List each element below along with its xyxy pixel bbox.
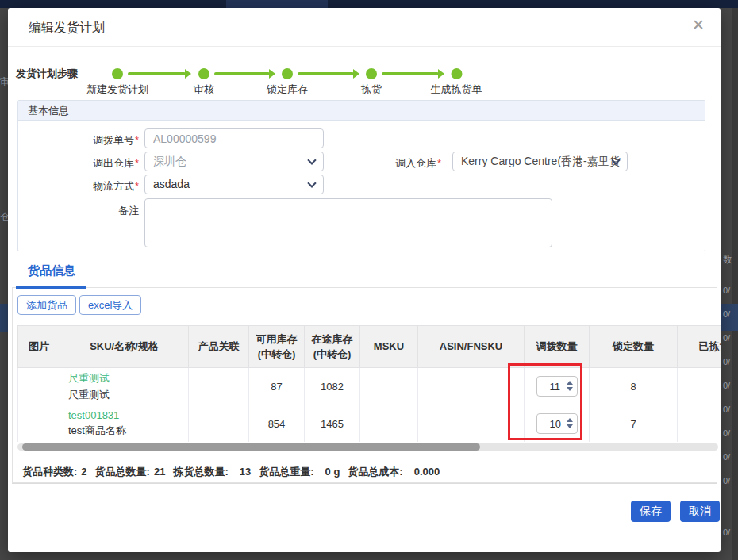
locked-qty-cell: 7 (590, 405, 678, 443)
background-top-navbar (0, 0, 738, 8)
background-cell-fragment: 0/ (723, 476, 730, 485)
col-in-transit-stock: 在途库存(中转仓) (305, 326, 360, 368)
to-warehouse-label: 调入仓库* (322, 156, 441, 171)
step-generate-picklist: 生成拣货单 (431, 68, 482, 97)
footer-divider (12, 483, 717, 484)
from-warehouse-label: 调出仓库* (12, 156, 139, 171)
summary-label: 货品种类数: (22, 466, 77, 478)
background-cell-fragment: 0/ (723, 309, 730, 319)
transfer-no-label: 调拨单号* (12, 133, 139, 148)
step-pick: 拣货 (361, 68, 382, 97)
background-cell-fragment: 0/ (723, 286, 730, 295)
summary-value: 0.000 (414, 466, 440, 478)
remark-field[interactable] (144, 198, 552, 247)
picked-qty-cell (678, 405, 721, 443)
tab-goods-info[interactable]: 货品信息 (28, 263, 75, 278)
picked-qty-cell (678, 368, 721, 405)
image-cell (18, 405, 60, 443)
step-name: 生成拣货单 (431, 82, 482, 97)
transfer-no-field[interactable] (144, 128, 324, 148)
basic-info-title: 基本信息 (18, 101, 705, 121)
background-cell-fragment: 0/ (723, 405, 730, 414)
product-link-cell (189, 405, 249, 443)
step-name: 拣货 (361, 82, 382, 97)
goods-table-wrapper: 图片 SKU/名称/规格 产品关联 可用库存(中转仓) 在途库存(中转仓) MS… (17, 325, 721, 442)
summary-value: 13 (240, 466, 251, 478)
background-cell-fragment: 0/ (723, 381, 730, 390)
col-msku: MSKU (360, 326, 418, 368)
msku-cell (360, 405, 418, 443)
col-picked-qty: 已拣货数量 (678, 326, 721, 368)
to-warehouse-select[interactable]: Kerry Cargo Centre(香港-嘉里货 (452, 152, 628, 171)
background-cell-fragment: 0/ (723, 428, 730, 438)
product-name: test商品名称 (68, 424, 126, 436)
summary-value: 0 g (325, 466, 340, 478)
col-available-stock: 可用库存(中转仓) (249, 326, 305, 368)
excel-import-button[interactable]: excel导入 (79, 295, 141, 315)
product-link-cell (189, 368, 249, 405)
remark-label: 备注 (12, 204, 139, 218)
step-arrow-icon (214, 72, 270, 75)
step-dot-icon (198, 68, 209, 79)
summary-value: 2 (81, 466, 86, 478)
sku-cell: 尺重测试 尺重测试 (60, 368, 189, 405)
required-mark: * (135, 180, 139, 192)
add-goods-button[interactable]: 添加货品 (17, 295, 76, 315)
horizontal-scrollbar[interactable] (17, 443, 718, 451)
background-right-edge: 数 0/ 0/ 0/ 0/ 0/ 0/ 0/ 0/ 0/ 0/ (721, 8, 738, 560)
col-transfer-qty: 调拨数量 (525, 326, 590, 368)
background-cell-fragment: 0/ (723, 357, 730, 366)
step-audit: 审核 (194, 68, 214, 97)
sku-cell: test001831 test商品名称 (60, 405, 189, 443)
summary-label: 货品总数量: (95, 466, 150, 478)
summary-label: 货品总重量: (259, 466, 313, 478)
goods-summary: 货品种类数:2货品总数量:21拣货总数量:13货品总重量:0 g货品总成本:0.… (22, 465, 448, 479)
dialog-title: 编辑发货计划 (29, 20, 105, 36)
col-sku: SKU/名称/规格 (60, 326, 189, 368)
step-dot-icon (282, 68, 293, 79)
background-text-fragment: 审核 (0, 75, 8, 89)
product-name: 尺重测试 (68, 389, 110, 401)
col-product-link: 产品关联 (189, 326, 249, 368)
step-dot-icon (112, 68, 123, 79)
table-row: 尺重测试 尺重测试 87 1082 (18, 368, 721, 405)
from-warehouse-value: 深圳仓 (153, 155, 186, 167)
edit-shipping-plan-dialog: 编辑发货计划 ✕ 发货计划步骤 新建发货计划 审核 锁定库存 拣货 生成拣货单 (8, 8, 721, 552)
logistics-select[interactable]: asdada (144, 175, 324, 194)
from-warehouse-select[interactable]: 深圳仓 (144, 152, 324, 171)
tab-active-underline (16, 286, 86, 289)
logistics-value: asdada (153, 178, 190, 190)
logistics-label: 物流方式* (12, 179, 139, 194)
available-cell: 854 (249, 405, 305, 443)
screen: 审核 仓库 数 0/ 0/ 0/ 0/ 0/ 0/ 0/ 0/ 0/ 0/ 编辑… (0, 0, 738, 560)
scrollbar-thumb[interactable] (22, 443, 480, 451)
step-dot-icon (366, 68, 377, 79)
background-cell-fragment: 0/ (723, 527, 730, 537)
save-button[interactable]: 保存 (631, 501, 671, 522)
close-icon[interactable]: ✕ (692, 17, 705, 33)
table-row: test001831 test商品名称 854 1465 (18, 405, 721, 443)
sku-link[interactable]: test001831 (68, 409, 188, 421)
summary-value: 21 (154, 466, 165, 478)
in-transit-cell: 1082 (305, 368, 360, 405)
highlight-red-box (508, 363, 582, 440)
header-divider (8, 46, 721, 47)
step-name: 锁定库存 (267, 82, 308, 97)
stepper-label: 发货计划步骤 (16, 67, 78, 81)
available-cell: 87 (249, 368, 305, 405)
locked-qty-cell: 8 (590, 368, 678, 405)
step-arrow-icon (298, 72, 354, 75)
step-name: 审核 (194, 82, 214, 97)
in-transit-cell: 1465 (305, 405, 360, 443)
step-arrow-icon (128, 72, 186, 75)
col-asin-fnsku: ASIN/FNSKU (418, 326, 525, 368)
summary-label: 拣货总数量: (173, 466, 228, 478)
cancel-button[interactable]: 取消 (680, 501, 720, 522)
chevron-down-icon (307, 178, 316, 187)
sku-link[interactable]: 尺重测试 (68, 371, 188, 385)
background-cell-fragment: 0/ (723, 452, 730, 462)
background-cell-fragment: 0/ (723, 333, 730, 343)
summary-label: 货品总成本: (348, 466, 402, 478)
step-name: 新建发货计划 (86, 82, 148, 97)
required-mark: * (135, 134, 139, 146)
